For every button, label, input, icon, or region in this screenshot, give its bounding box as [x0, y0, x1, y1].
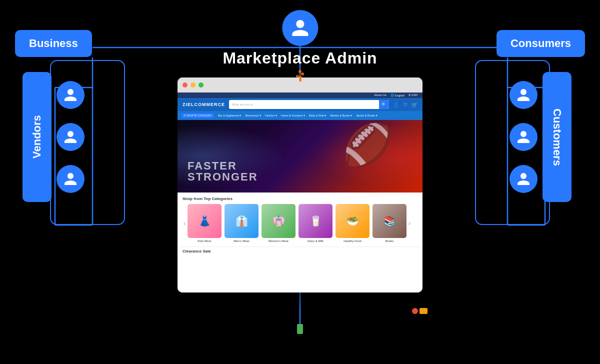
nav-electronics[interactable]: Electronics ▾ — [245, 114, 260, 117]
dairy-img: 🥛 — [298, 204, 332, 238]
customer-icon-1 — [510, 81, 538, 109]
books-label: Books — [386, 240, 394, 242]
maximize-dot[interactable] — [198, 82, 204, 88]
clearance-bar: Clearance Sale — [178, 246, 422, 256]
womens-wear-label: Women's Wear — [268, 240, 289, 242]
admin-label: Marketplace Admin — [222, 49, 377, 68]
customers-column: Customers — [510, 72, 572, 202]
categories-row-wrapper: ‹ 👗 Kids Wear 👔 Men's Wear — [182, 204, 418, 242]
vendor-icons-column — [56, 72, 84, 202]
mens-wear-img: 👔 — [224, 204, 258, 238]
browser-content: About Us 🌐 English $ USD ZIELCOMMERCE Wh… — [178, 92, 422, 292]
category-mens[interactable]: 👔 Men's Wear — [224, 204, 258, 242]
close-dot[interactable] — [182, 82, 188, 88]
nav-fashion[interactable]: Fashion ▾ — [265, 114, 277, 117]
hero-text: FASTER STRONGER — [188, 160, 258, 182]
shop-by-category[interactable]: ☰ SHOP BY CATEGORY — [182, 113, 214, 118]
food-img: 🥗 — [336, 204, 370, 238]
ecom-header: ZIELCOMMERCE What are you lo... 🔍 👤 ♡ — [178, 98, 422, 111]
diagram-container: Business Vendors Consumers — [0, 0, 600, 364]
customer-icon-3 — [510, 165, 538, 193]
mens-wear-label: Men's Wear — [234, 240, 250, 242]
cart-icon[interactable]: 🛒 — [412, 102, 418, 108]
vendors-column: Vendors — [22, 72, 84, 202]
right-section: Consumers Customers — [496, 30, 585, 202]
deco-red-dot — [412, 308, 418, 314]
clearance-label: Clearance Sale — [182, 249, 211, 254]
hero-line2: STRONGER — [188, 172, 258, 182]
womens-wear-img: 👘 — [262, 204, 296, 238]
hero-players: 🏈 — [342, 125, 392, 165]
hero-line1: FASTER — [188, 160, 258, 172]
categories-row: 👗 Kids Wear 👔 Men's Wear � — [188, 204, 406, 242]
nav-home[interactable]: Home & Furniture ▾ — [281, 114, 305, 117]
svg-point-14 — [298, 70, 302, 73]
left-section: Business Vendors — [15, 30, 92, 202]
header-icons: 👤 ♡ 🛒 — [393, 102, 418, 108]
categories-title: Shop from Top Categories — [182, 196, 418, 201]
hero-banner: FASTER STRONGER 🏈 — [178, 120, 422, 192]
store-logo: ZIELCOMMERCE — [182, 102, 225, 107]
admin-avatar — [282, 10, 318, 46]
minimize-dot[interactable] — [190, 82, 196, 88]
customer-icon-2 — [510, 123, 538, 151]
vendor-icon-1 — [56, 81, 84, 109]
search-bar[interactable]: What are you lo... 🔍 — [229, 100, 389, 109]
category-books[interactable]: 📚 Books — [372, 204, 406, 242]
business-label: Business — [15, 30, 92, 57]
admin-section: Marketplace Admin — [222, 10, 377, 68]
nav-movies[interactable]: Movies & Books ▾ — [330, 114, 352, 117]
category-kids[interactable]: 👗 Kids Wear — [188, 204, 222, 242]
food-label: Healthy Food — [344, 240, 362, 242]
vendors-label: Vendors — [22, 72, 52, 202]
books-img: 📚 — [372, 204, 406, 238]
categories-section: Shop from Top Categories ‹ 👗 Kids Wear — [178, 192, 422, 246]
kids-wear-img: 👗 — [188, 204, 222, 238]
nav-appliances[interactable]: Mix & Appliances ▾ — [218, 114, 241, 117]
consumers-label: Consumers — [496, 30, 585, 57]
vendor-icon-2 — [56, 123, 84, 151]
customer-icons-column — [510, 72, 538, 202]
deco-orange-rect — [420, 308, 428, 314]
account-icon[interactable]: 👤 — [393, 102, 399, 108]
category-dairy[interactable]: 🥛 Dairy & Milk — [298, 204, 332, 242]
bottom-indicator — [297, 324, 303, 334]
kids-wear-label: Kids Wear — [198, 240, 212, 242]
deco-elements — [412, 308, 428, 314]
search-button[interactable]: 🔍 — [379, 100, 389, 109]
sound-wave-icon: ⬆ — [297, 74, 304, 84]
language-selector[interactable]: 🌐 English — [390, 94, 404, 97]
wishlist-icon[interactable]: ♡ — [403, 102, 408, 108]
nav-baby[interactable]: Baby & Kids ▾ — [309, 114, 326, 117]
nav-sports[interactable]: Sports & Books ▾ — [356, 114, 377, 117]
vendor-icon-3 — [56, 165, 84, 193]
browser-window: About Us 🌐 English $ USD ZIELCOMMERCE Wh… — [178, 78, 422, 292]
navigation-bar: ☰ SHOP BY CATEGORY Mix & Appliances ▾ El… — [178, 111, 422, 120]
category-womens[interactable]: 👘 Women's Wear — [262, 204, 296, 242]
currency-selector[interactable]: $ USD — [408, 94, 418, 97]
carousel-next[interactable]: › — [408, 219, 412, 228]
carousel-prev[interactable]: ‹ — [182, 219, 186, 228]
customers-label: Customers — [542, 72, 572, 202]
search-placeholder: What are you lo... — [232, 103, 256, 106]
dairy-label: Dairy & Milk — [308, 240, 324, 242]
category-food[interactable]: 🥗 Healthy Food — [336, 204, 370, 242]
about-us-link[interactable]: About Us — [374, 94, 386, 97]
